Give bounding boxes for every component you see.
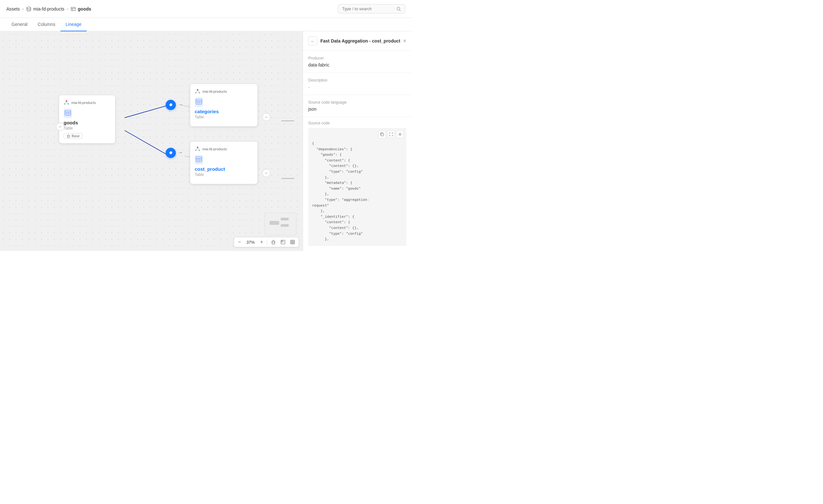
svg-point-28 <box>195 92 197 94</box>
tab-columns[interactable]: Columns <box>33 18 60 31</box>
gear-node-categories[interactable] <box>166 100 176 110</box>
code-expand-button[interactable] <box>387 131 395 138</box>
zoom-out-button[interactable]: − <box>236 238 242 245</box>
breadcrumb-db[interactable]: mia-fd-products <box>26 6 64 11</box>
panel-header: ← Fast Data Aggregation - cost_product × <box>303 31 412 51</box>
gear-icon-categories <box>168 102 173 108</box>
svg-rect-26 <box>67 136 69 138</box>
source-code-label: Source code <box>308 121 406 125</box>
svg-point-56 <box>399 134 400 135</box>
expand-btn-cost-product-right[interactable]: ↔ <box>262 169 271 177</box>
svg-point-16 <box>66 101 67 102</box>
zoom-toolbar: − 37% + <box>234 237 299 247</box>
node-cost-product-title[interactable]: cost_product <box>195 166 253 172</box>
table-icon-cost-product <box>195 155 203 164</box>
main-content: mia-fd-products goods Table <box>0 31 412 251</box>
svg-point-38 <box>195 150 197 151</box>
svg-point-17 <box>64 103 65 105</box>
breadcrumb-table-label: goods <box>78 6 91 11</box>
search-input[interactable] <box>342 6 394 11</box>
header: Assets › mia-fd-products › goods <box>0 0 412 18</box>
svg-rect-21 <box>65 110 71 116</box>
svg-point-29 <box>199 92 200 94</box>
zoom-home-button[interactable] <box>270 239 277 245</box>
settings-icon <box>398 132 402 136</box>
minimap-rect-1 <box>270 221 279 225</box>
svg-line-20 <box>66 102 68 104</box>
expand-icon <box>389 132 393 136</box>
producer-value: data-fabric <box>308 62 406 67</box>
panel-title: Fast Data Aggregation - cost_product <box>320 38 403 43</box>
zoom-map-button[interactable] <box>289 239 296 245</box>
panel-source-lang-section: Source code language json <box>303 95 412 117</box>
gear-node-cost-product[interactable] <box>166 148 176 158</box>
panel-close-button[interactable]: × <box>403 38 406 44</box>
breadcrumb-db-label: mia-fd-products <box>33 6 64 11</box>
breadcrumb-sep-1: › <box>22 7 24 11</box>
svg-rect-1 <box>71 7 75 11</box>
search-box[interactable] <box>338 4 405 13</box>
home-zoom-icon <box>271 240 276 244</box>
org-icon-categories <box>195 89 200 94</box>
panel-back-button[interactable]: ← <box>308 36 317 45</box>
code-copy-button[interactable] <box>378 131 386 138</box>
node-categories-header: mia-fd-products <box>195 89 253 94</box>
home-icon <box>66 134 70 138</box>
canvas-connections <box>0 31 303 251</box>
search-icon <box>396 7 401 11</box>
svg-point-18 <box>68 103 69 105</box>
node-cost-product-header: mia-fd-products <box>195 146 253 152</box>
expand-btn-categories-right[interactable]: ↔ <box>262 113 271 121</box>
source-code-box[interactable]: { "dependencies": { "goods": { "content"… <box>308 128 406 246</box>
minimap-rect-2 <box>281 218 289 220</box>
node-categories-subtitle: Table <box>195 115 253 119</box>
zoom-in-button[interactable]: + <box>259 238 265 245</box>
breadcrumb-assets[interactable]: Assets <box>6 6 20 11</box>
tab-general[interactable]: General <box>6 18 33 31</box>
org-icon-goods <box>63 100 69 106</box>
breadcrumb-assets-label: Assets <box>6 6 20 11</box>
svg-line-40 <box>196 148 198 150</box>
tabs: General Columns Lineage <box>0 18 412 31</box>
zoom-level-display: 37% <box>245 240 257 244</box>
arrow-cost-product: → <box>178 150 183 155</box>
node-goods-title: goods <box>63 120 111 125</box>
svg-line-41 <box>198 148 199 150</box>
svg-rect-42 <box>196 157 202 162</box>
svg-rect-49 <box>282 241 283 242</box>
database-icon <box>26 6 31 11</box>
code-settings-button[interactable] <box>396 131 404 138</box>
svg-line-31 <box>198 91 199 93</box>
panel-producer-section: Producer data-fabric <box>303 51 412 73</box>
description-label: Description <box>308 78 406 82</box>
table-icon-goods <box>63 109 72 118</box>
panel-description-section: Description - <box>303 73 412 95</box>
svg-line-19 <box>65 102 67 104</box>
table-icon-categories <box>195 98 203 107</box>
node-goods-header: mia-fd-products <box>63 100 111 106</box>
breadcrumb-table[interactable]: goods <box>71 6 91 11</box>
zoom-fit-button[interactable] <box>280 239 287 245</box>
tab-lineage[interactable]: Lineage <box>60 18 87 31</box>
map-icon <box>290 240 295 244</box>
expand-btn-goods-left[interactable]: ↔ <box>56 123 64 131</box>
fit-icon <box>281 240 285 244</box>
gear-icon-cost-product <box>168 150 173 155</box>
node-cost-product-subtitle: Table <box>195 172 253 177</box>
svg-line-6 <box>125 105 169 118</box>
producer-label: Producer <box>308 56 406 60</box>
node-goods-namespace: mia-fd-products <box>71 101 96 105</box>
node-categories[interactable]: mia-fd-products categories Table <box>190 84 258 126</box>
copy-icon <box>380 132 384 136</box>
org-icon-cost-product <box>195 146 200 152</box>
node-cost-product[interactable]: mia-fd-products cost_product Table <box>190 142 258 184</box>
svg-point-37 <box>197 147 198 148</box>
node-goods[interactable]: mia-fd-products goods Table <box>59 95 115 143</box>
table-icon-breadcrumb <box>71 6 76 11</box>
node-categories-title[interactable]: categories <box>195 109 253 114</box>
svg-line-30 <box>196 91 198 93</box>
node-categories-namespace: mia-fd-products <box>202 90 227 94</box>
source-code-container: Source code <box>303 117 412 250</box>
lineage-canvas[interactable]: mia-fd-products goods Table <box>0 31 303 251</box>
node-goods-badge: Base <box>63 133 83 139</box>
